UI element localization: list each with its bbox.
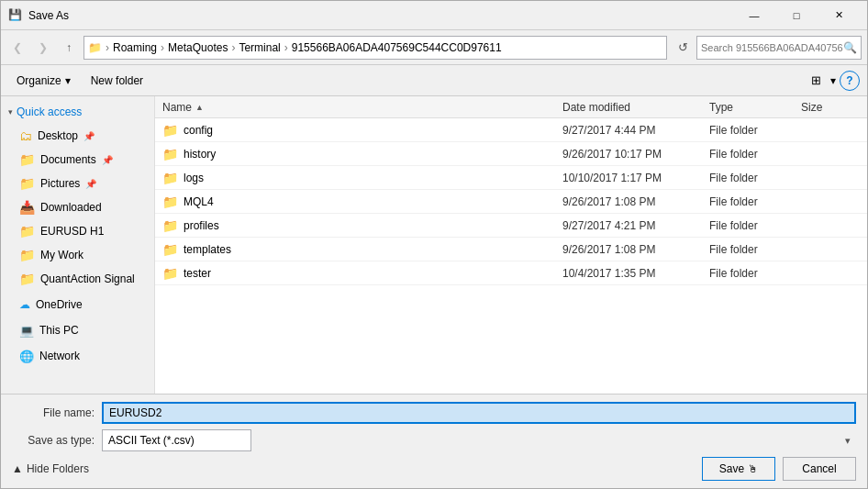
- sidebar-item-quantaction[interactable]: 📁 QuantAction Signal: [1, 267, 154, 291]
- save-button[interactable]: Save 🖱: [702, 457, 775, 481]
- breadcrumb-hash: 915566BA06ADA407569C544CC0D97611: [292, 41, 502, 54]
- sort-arrow-icon: ▲: [195, 103, 204, 112]
- search-icon: 🔍: [843, 41, 857, 54]
- cancel-button[interactable]: Cancel: [783, 457, 856, 481]
- maximize-button[interactable]: □: [775, 1, 818, 30]
- file-name-text: config: [184, 124, 213, 137]
- sidebar-item-label: Pictures: [40, 177, 80, 190]
- file-type-cell: File folder: [702, 172, 794, 184]
- savetype-select[interactable]: ASCII Text (*.csv)MetaTrader Data File (…: [102, 429, 251, 451]
- sidebar-item-pictures[interactable]: 📁 Pictures 📌: [1, 172, 154, 195]
- sidebar-item-label: My Work: [40, 249, 83, 261]
- hide-folders-toggle[interactable]: ▲ Hide Folders: [12, 462, 695, 475]
- address-bar[interactable]: 📁 › Roaming › MetaQuotes › Terminal › 91…: [83, 36, 667, 60]
- column-date[interactable]: Date modified: [555, 101, 702, 114]
- action-bar: Organize ▾ New folder ⊞ ▾ ?: [1, 65, 867, 96]
- folder-icon: 📁: [162, 171, 178, 185]
- file-type-cell: File folder: [702, 243, 794, 256]
- sidebar-item-thispc[interactable]: 💻 This PC: [1, 318, 154, 342]
- help-button[interactable]: ?: [840, 71, 860, 91]
- cursor-icon: 🖱: [748, 463, 758, 474]
- cancel-label: Cancel: [802, 462, 836, 475]
- back-button[interactable]: ❮: [6, 37, 28, 59]
- sidebar-item-eurusd[interactable]: 📁 EURUSD H1: [1, 219, 154, 243]
- title-bar: 💾 Save As — □ ✕: [1, 1, 867, 30]
- table-row[interactable]: 📁 tester 10/4/2017 1:35 PM File folder: [155, 261, 867, 285]
- folder-icon: 📁: [19, 152, 35, 167]
- file-list-header: Name ▲ Date modified Type Size: [155, 96, 867, 118]
- file-name-cell: 📁 config: [155, 123, 555, 138]
- quick-access-label: Quick access: [17, 106, 82, 118]
- sidebar-item-mywork[interactable]: 📁 My Work: [1, 243, 154, 267]
- sidebar-item-desktop[interactable]: 🗂 Desktop 📌: [1, 124, 154, 148]
- file-name-text: history: [184, 148, 216, 161]
- filename-label: File name:: [12, 406, 95, 419]
- new-folder-button[interactable]: New folder: [83, 70, 151, 92]
- folder-icon: 📁: [162, 218, 178, 233]
- refresh-button[interactable]: ↺: [673, 38, 693, 58]
- table-row[interactable]: 📁 config 9/27/2017 4:44 PM File folder: [155, 118, 867, 142]
- sidebar-item-label: Documents: [40, 153, 96, 166]
- table-row[interactable]: 📁 MQL4 9/26/2017 1:08 PM File folder: [155, 190, 867, 214]
- network-section: 🌐 Network: [1, 344, 154, 368]
- file-name-cell: 📁 logs: [155, 171, 555, 185]
- savetype-row: Save as type: ASCII Text (*.csv)MetaTrad…: [12, 429, 856, 451]
- sidebar-item-network[interactable]: 🌐 Network: [1, 344, 154, 368]
- network-icon: 🌐: [19, 350, 34, 363]
- organize-label: Organize: [17, 74, 61, 87]
- file-date-cell: 10/4/2017 1:35 PM: [555, 267, 702, 280]
- file-name-cell: 📁 templates: [155, 242, 555, 257]
- file-type-cell: File folder: [702, 219, 794, 232]
- onedrive-section: ☁ OneDrive: [1, 293, 154, 317]
- sidebar-item-onedrive[interactable]: ☁ OneDrive: [1, 293, 154, 317]
- table-row[interactable]: 📁 templates 9/26/2017 1:08 PM File folde…: [155, 238, 867, 261]
- file-date-cell: 9/27/2017 4:44 PM: [555, 124, 702, 137]
- pin-icon: 📌: [85, 179, 96, 189]
- file-name-cell: 📁 profiles: [155, 218, 555, 233]
- filename-input[interactable]: [102, 402, 856, 424]
- content-area: ▾ Quick access 🗂 Desktop 📌 📁 Documents 📌…: [1, 96, 867, 394]
- forward-button[interactable]: ❯: [32, 37, 54, 59]
- table-row[interactable]: 📁 logs 10/10/2017 1:17 PM File folder: [155, 166, 867, 190]
- folder-icon: 📁: [162, 194, 178, 209]
- file-name-text: profiles: [184, 219, 219, 232]
- file-date-cell: 10/10/2017 1:17 PM: [555, 172, 702, 184]
- folder-icon: 📁: [19, 176, 35, 191]
- organize-button[interactable]: Organize ▾: [8, 70, 79, 92]
- folder-icon: 📁: [19, 224, 35, 239]
- minimize-button[interactable]: —: [733, 1, 775, 30]
- view-icon: ⊞: [811, 73, 821, 87]
- quick-access-header[interactable]: ▾ Quick access: [1, 100, 154, 124]
- chevron-up-icon: ▲: [12, 462, 23, 475]
- up-button[interactable]: ↑: [58, 37, 80, 59]
- thispc-section: 💻 This PC: [1, 318, 154, 342]
- savetype-label: Save as type:: [12, 434, 95, 447]
- sidebar-item-downloaded[interactable]: 📥 Downloaded: [1, 195, 154, 219]
- folder-icon: 📁: [162, 147, 178, 161]
- file-type-cell: File folder: [702, 267, 794, 280]
- table-row[interactable]: 📁 profiles 9/27/2017 4:21 PM File folder: [155, 214, 867, 238]
- column-name[interactable]: Name ▲: [155, 101, 555, 114]
- file-type-cell: File folder: [702, 148, 794, 161]
- folder-icon: 📁: [19, 272, 35, 286]
- search-input[interactable]: [701, 42, 843, 53]
- file-date-cell: 9/27/2017 4:21 PM: [555, 219, 702, 232]
- hide-folders-label: Hide Folders: [27, 462, 89, 475]
- column-type[interactable]: Type: [702, 101, 794, 114]
- close-button[interactable]: ✕: [818, 1, 860, 30]
- file-name-text: logs: [184, 172, 204, 184]
- sidebar-item-label: Downloaded: [40, 201, 102, 214]
- save-label: Save: [719, 462, 744, 475]
- sidebar-item-documents[interactable]: 📁 Documents 📌: [1, 148, 154, 172]
- window-title: Save As: [28, 9, 733, 22]
- column-size[interactable]: Size: [794, 101, 867, 114]
- folder-icon: 📁: [162, 123, 178, 138]
- view-button[interactable]: ⊞: [805, 70, 827, 92]
- search-box[interactable]: 🔍: [696, 36, 862, 60]
- column-name-label: Name: [162, 101, 192, 114]
- table-row[interactable]: 📁 history 9/26/2017 10:17 PM File folder: [155, 142, 867, 166]
- buttons-row: ▲ Hide Folders Save 🖱 Cancel: [12, 457, 856, 481]
- sidebar-item-label: EURUSD H1: [40, 225, 104, 238]
- file-name-cell: 📁 MQL4: [155, 194, 555, 209]
- file-rows: 📁 config 9/27/2017 4:44 PM File folder 📁…: [155, 118, 867, 285]
